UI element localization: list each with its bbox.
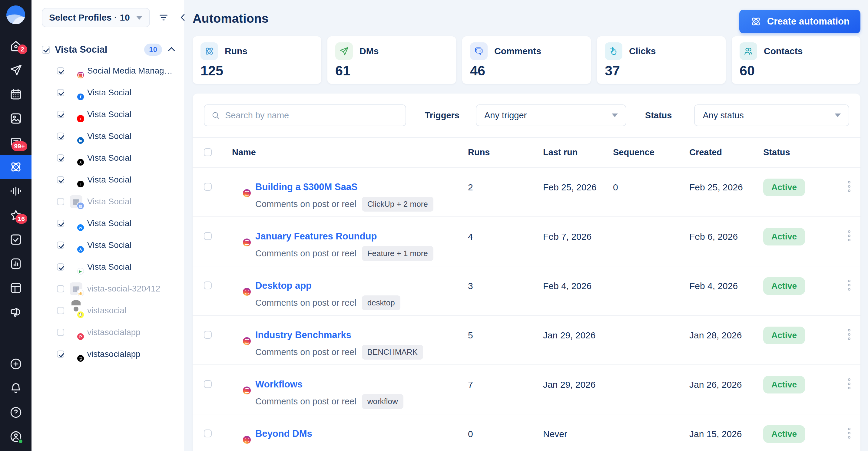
instagram-icon — [243, 337, 251, 345]
row-checkbox[interactable] — [204, 380, 212, 388]
profile-avatar: f — [70, 86, 82, 99]
automation-name-link[interactable]: Industry Benchmarks — [255, 330, 351, 341]
profile-checkbox[interactable] — [57, 285, 64, 292]
create-automation-button[interactable]: Create automation — [739, 10, 861, 33]
rail-item-home[interactable]: 2 — [0, 34, 31, 58]
rail-item-user-avatar[interactable] — [0, 424, 31, 449]
kebab-menu-icon[interactable] — [848, 280, 850, 291]
profile-list-item[interactable]: ♪ Vista Social — [31, 169, 184, 191]
search-input[interactable] — [225, 110, 399, 121]
profile-checkbox[interactable] — [57, 263, 64, 270]
profile-name: Vista Social — [87, 175, 131, 185]
automation-name-link[interactable]: Workflows — [255, 379, 303, 390]
profile-avatar: ▶ — [70, 261, 82, 273]
tiktok-icon: ♪ — [77, 181, 84, 187]
select-profiles-dropdown[interactable]: Select Profiles · 10 — [42, 8, 150, 27]
stat-value: 37 — [605, 63, 718, 79]
row-avatar — [232, 425, 249, 442]
kebab-menu-icon[interactable] — [848, 378, 850, 389]
profile-name: Vista Social — [87, 131, 131, 141]
stat-label: Contacts — [764, 46, 803, 56]
row-checkbox[interactable] — [204, 429, 212, 438]
x-icon: X — [77, 159, 84, 166]
group-count-badge: 10 — [144, 43, 162, 56]
status-select[interactable]: Any status — [694, 104, 849, 126]
select-all-checkbox[interactable] — [204, 148, 212, 156]
vista-social-logo[interactable] — [6, 5, 25, 24]
profile-checkbox[interactable] — [57, 329, 64, 336]
rail-item-send[interactable] — [0, 58, 31, 82]
profile-name: Vista Social — [87, 153, 131, 163]
profile-checkbox[interactable] — [57, 241, 64, 249]
filters-bar: Triggers Any trigger Status Any status — [193, 94, 861, 137]
rail-item-image[interactable] — [0, 106, 31, 130]
rail-item-calendar[interactable] — [0, 82, 31, 106]
profile-checkbox[interactable] — [57, 176, 64, 184]
kebab-menu-icon[interactable] — [848, 230, 850, 241]
profile-checkbox[interactable] — [57, 89, 64, 96]
rail-item-bell[interactable] — [0, 376, 31, 400]
profile-list-item[interactable]: ▶ Vista Social — [31, 256, 184, 278]
automation-name-link[interactable]: Desktop app — [255, 280, 312, 291]
profile-list-item[interactable]: Social Media Managem… — [31, 60, 184, 82]
rail-item-check-square[interactable] — [0, 227, 31, 252]
profile-checkbox[interactable] — [57, 198, 64, 205]
triggers-select[interactable]: Any trigger — [476, 104, 626, 126]
profile-list-item[interactable]: P vistasocialapp — [31, 321, 184, 343]
youtube-icon: ▸ — [77, 115, 84, 122]
kebab-menu-icon[interactable] — [848, 181, 850, 192]
rail-item-waveform[interactable] — [0, 179, 31, 203]
bell-icon — [9, 381, 23, 395]
kebab-menu-icon[interactable] — [848, 428, 850, 439]
automation-name-link[interactable]: Beyond DMs — [255, 428, 312, 439]
rail-item-help-circle[interactable] — [0, 400, 31, 424]
profile-list-item[interactable]: vistasocial — [31, 300, 184, 321]
row-checkbox[interactable] — [204, 232, 212, 240]
profile-checkbox[interactable] — [57, 154, 64, 162]
kebab-menu-icon[interactable] — [848, 329, 850, 340]
trigger-label: Comments on post or reel — [255, 199, 356, 209]
filter-icon[interactable] — [158, 12, 169, 23]
chevron-up-icon[interactable] — [168, 47, 175, 54]
tag-badge: ClickUp + 2 more — [362, 197, 433, 212]
profile-checkbox[interactable] — [57, 111, 64, 118]
profile-list-item[interactable]: ⋈ Vista Social — [31, 213, 184, 234]
profile-list-item[interactable]: X Vista Social — [31, 147, 184, 169]
automation-name-link[interactable]: Building a $300M SaaS — [255, 182, 358, 193]
profile-list-item[interactable]: ▦ vista-social-320412 — [31, 278, 184, 300]
profile-checkbox[interactable] — [57, 220, 64, 227]
rail-item-inbox-chat[interactable]: 99+ — [0, 130, 31, 155]
group-checkbox[interactable] — [42, 46, 50, 54]
runs-value: 2 — [468, 182, 473, 193]
table-row: Beyond DMs 0 Never Jan 15, 2026 Active — [193, 414, 861, 451]
profile-name: vista-social-320412 — [87, 284, 160, 294]
rail-item-star[interactable]: 16 — [0, 203, 31, 227]
status-badge: Active — [763, 425, 805, 443]
profile-list-item[interactable]: ▸ Vista Social — [31, 103, 184, 125]
profile-checkbox[interactable] — [57, 307, 64, 314]
profile-list-item[interactable]: ▦ ▤ Vista Social — [31, 191, 184, 213]
rail-item-plus-circle[interactable] — [0, 352, 31, 376]
table-row: Building a $300M SaaS Comments on post o… — [193, 167, 861, 217]
profile-checkbox[interactable] — [57, 351, 64, 358]
profile-list-item[interactable]: A Vista Social — [31, 234, 184, 256]
row-avatar — [232, 327, 249, 344]
row-avatar — [232, 228, 249, 245]
profile-list-item[interactable]: f Vista Social — [31, 82, 184, 103]
collapse-panel-icon[interactable] — [177, 12, 189, 23]
rail-item-bar-chart[interactable] — [0, 252, 31, 276]
profile-list-item[interactable]: in Vista Social — [31, 125, 184, 147]
rail-item-megaphone[interactable] — [0, 300, 31, 324]
automation-name-link[interactable]: January Features Roundup — [255, 231, 377, 242]
rail-item-atom[interactable] — [0, 155, 31, 179]
profile-group-row: Vista Social 10 — [42, 43, 175, 56]
row-checkbox[interactable] — [204, 183, 212, 191]
row-checkbox[interactable] — [204, 282, 212, 289]
profile-checkbox[interactable] — [57, 67, 64, 74]
profile-list-item[interactable]: @ vistasocialapp — [31, 343, 184, 365]
column-header-created: Created — [689, 138, 722, 167]
row-avatar — [232, 179, 249, 196]
row-checkbox[interactable] — [204, 331, 212, 339]
profile-checkbox[interactable] — [57, 133, 64, 140]
rail-item-layout[interactable] — [0, 276, 31, 300]
